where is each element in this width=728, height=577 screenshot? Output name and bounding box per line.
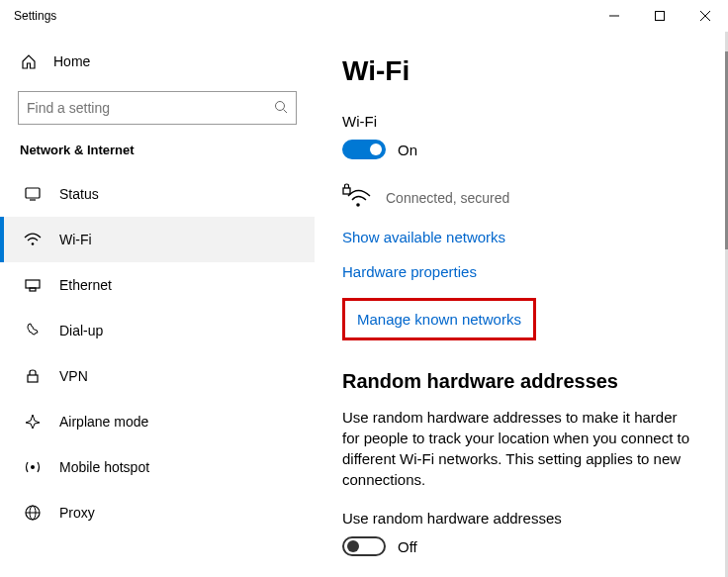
random-toggle[interactable] [342, 536, 386, 556]
search-input[interactable] [18, 91, 297, 125]
random-toggle-state: Off [398, 538, 417, 555]
svg-rect-10 [30, 288, 36, 291]
section-label: Network & Internet [0, 143, 315, 171]
search-field[interactable] [27, 100, 244, 116]
svg-point-12 [31, 465, 35, 469]
highlight-annotation: Manage known networks [342, 298, 536, 340]
proxy-icon [24, 504, 42, 522]
dialup-icon [24, 322, 42, 339]
sidebar-item-label: Status [59, 186, 99, 202]
wifi-secured-icon [342, 183, 372, 213]
wifi-toggle[interactable] [342, 140, 386, 159]
sidebar-item-proxy[interactable]: Proxy [0, 490, 315, 535]
hardware-properties-link[interactable]: Hardware properties [342, 263, 698, 280]
sidebar-item-label: Airplane mode [59, 414, 148, 430]
maximize-button[interactable] [637, 0, 682, 32]
home-label: Home [53, 53, 90, 69]
random-toggle-label: Use random hardware addresses [342, 510, 698, 527]
sidebar-item-vpn[interactable]: VPN [0, 353, 315, 399]
wifi-icon [24, 231, 42, 248]
svg-rect-11 [28, 375, 38, 382]
window-controls [592, 0, 728, 32]
minimize-button[interactable] [592, 0, 637, 32]
sidebar-item-dialup[interactable]: Dial-up [0, 308, 315, 353]
sidebar-item-airplane[interactable]: Airplane mode [0, 399, 315, 444]
show-available-link[interactable]: Show available networks [342, 229, 698, 245]
random-body: Use random hardware addresses to make it… [342, 407, 698, 490]
airplane-icon [24, 413, 42, 431]
connection-status: Connected, secured [386, 190, 509, 206]
svg-rect-17 [343, 188, 350, 194]
home-link[interactable]: Home [0, 44, 315, 79]
sidebar-item-label: Ethernet [59, 277, 112, 293]
manage-known-networks-link[interactable]: Manage known networks [357, 311, 521, 328]
sidebar-item-label: Dial-up [59, 323, 103, 338]
status-icon [24, 185, 42, 203]
main-content: Wi-Fi Wi-Fi On Connected, secured Show a… [315, 32, 728, 577]
svg-point-16 [356, 203, 360, 207]
hotspot-icon [24, 458, 42, 476]
svg-point-8 [32, 242, 35, 245]
sidebar-item-hotspot[interactable]: Mobile hotspot [0, 444, 315, 490]
sidebar-item-wifi[interactable]: Wi-Fi [0, 217, 315, 262]
wifi-label: Wi-Fi [342, 113, 698, 130]
svg-line-5 [284, 109, 288, 113]
wifi-toggle-state: On [398, 142, 417, 158]
svg-point-4 [276, 101, 285, 110]
ethernet-icon [24, 276, 42, 294]
svg-rect-6 [26, 188, 40, 198]
sidebar-item-label: Wi-Fi [59, 232, 92, 247]
close-button[interactable] [682, 0, 728, 32]
window-title: Settings [0, 9, 56, 23]
random-heading: Random hardware addresses [342, 370, 698, 393]
page-title: Wi-Fi [342, 55, 698, 87]
vpn-icon [24, 367, 42, 385]
sidebar: Home Network & Internet Status Wi-Fi [0, 32, 315, 577]
sidebar-item-ethernet[interactable]: Ethernet [0, 262, 315, 308]
svg-rect-1 [656, 12, 665, 21]
sidebar-item-label: VPN [59, 368, 88, 384]
titlebar: Settings [0, 0, 728, 32]
svg-rect-9 [26, 280, 40, 288]
search-icon [274, 100, 288, 117]
sidebar-item-label: Proxy [59, 505, 95, 521]
home-icon [20, 53, 38, 69]
sidebar-item-status[interactable]: Status [0, 171, 315, 217]
sidebar-item-label: Mobile hotspot [59, 459, 149, 475]
